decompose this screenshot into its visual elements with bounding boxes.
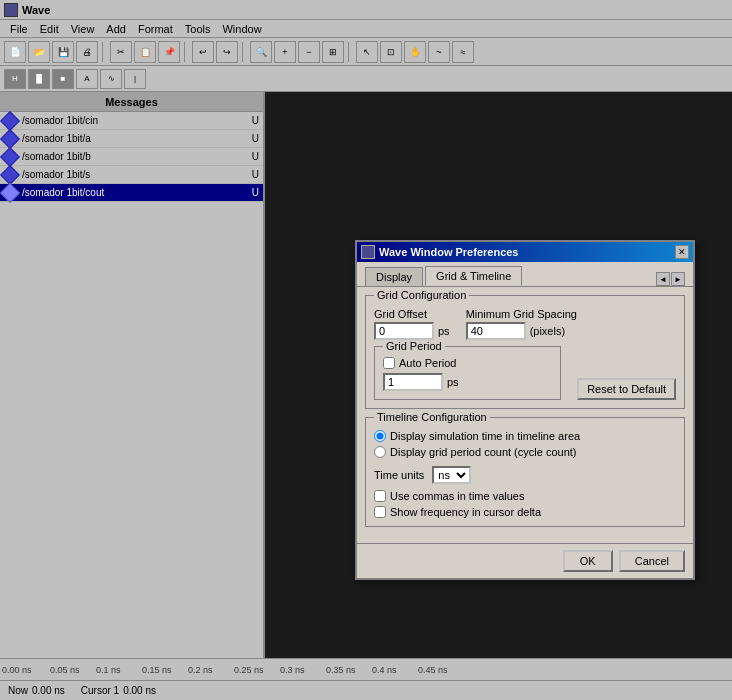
min-spacing-unit: (pixels) bbox=[530, 325, 565, 337]
wave-preferences-dialog: Wave Window Preferences ✕ Display Grid &… bbox=[355, 240, 695, 580]
tab-nav-buttons: ◄ ► bbox=[656, 272, 685, 286]
time-units-select[interactable]: fs ps ns us ms s bbox=[432, 466, 471, 484]
min-spacing-group: Minimum Grid Spacing (pixels) bbox=[466, 308, 577, 340]
ok-button[interactable]: OK bbox=[563, 550, 613, 572]
dialog-title-bar: Wave Window Preferences ✕ bbox=[357, 242, 693, 262]
dialog-icon bbox=[361, 245, 375, 259]
dialog-title: Wave Window Preferences bbox=[379, 246, 518, 258]
timeline-option2-radio[interactable] bbox=[374, 446, 386, 458]
grid-offset-group: Grid Offset ps bbox=[374, 308, 450, 340]
timeline-config-title: Timeline Configuration bbox=[374, 411, 490, 423]
grid-offset-input[interactable] bbox=[374, 322, 434, 340]
period-value-input[interactable] bbox=[383, 373, 443, 391]
period-value-row: ps bbox=[383, 373, 552, 391]
timeline-option1-radio[interactable] bbox=[374, 430, 386, 442]
frequency-checkbox[interactable] bbox=[374, 506, 386, 518]
min-spacing-row: (pixels) bbox=[466, 322, 577, 340]
reset-default-button[interactable]: Reset to Default bbox=[577, 378, 676, 400]
tab-grid-timeline[interactable]: Grid & Timeline bbox=[425, 266, 522, 286]
period-unit: ps bbox=[447, 376, 459, 388]
grid-config-title: Grid Configuration bbox=[374, 289, 469, 301]
grid-offset-unit: ps bbox=[438, 325, 450, 337]
grid-top-row: Grid Offset ps Minimum Grid Spacing (pix… bbox=[374, 308, 676, 340]
auto-period-row: Auto Period bbox=[383, 357, 552, 369]
grid-offset-row: ps bbox=[374, 322, 450, 340]
grid-period-title: Grid Period bbox=[383, 340, 445, 352]
min-spacing-input[interactable] bbox=[466, 322, 526, 340]
time-units-label: Time units bbox=[374, 469, 424, 481]
grid-offset-label: Grid Offset bbox=[374, 308, 450, 320]
commas-row: Use commas in time values bbox=[374, 490, 676, 502]
time-units-row: Time units fs ps ns us ms s bbox=[374, 466, 676, 484]
auto-period-checkbox[interactable] bbox=[383, 357, 395, 369]
timeline-option2-label: Display grid period count (cycle count) bbox=[390, 446, 576, 458]
min-spacing-label: Minimum Grid Spacing bbox=[466, 308, 577, 320]
dialog-title-left: Wave Window Preferences bbox=[361, 245, 518, 259]
timeline-config-group: Timeline Configuration Display simulatio… bbox=[365, 417, 685, 527]
tab-nav-next[interactable]: ► bbox=[671, 272, 685, 286]
tab-bar: Display Grid & Timeline ◄ ► bbox=[357, 262, 693, 287]
commas-checkbox[interactable] bbox=[374, 490, 386, 502]
auto-period-label: Auto Period bbox=[399, 357, 456, 369]
dialog-close-button[interactable]: ✕ bbox=[675, 245, 689, 259]
timeline-option1-label: Display simulation time in timeline area bbox=[390, 430, 580, 442]
timeline-option1-row: Display simulation time in timeline area bbox=[374, 430, 676, 442]
dialog-footer: OK Cancel bbox=[357, 543, 693, 578]
grid-period-row: Grid Period Auto Period ps Reset to Defa… bbox=[374, 346, 676, 400]
grid-period-group: Grid Period Auto Period ps bbox=[374, 346, 561, 400]
frequency-row: Show frequency in cursor delta bbox=[374, 506, 676, 518]
tab-nav-prev[interactable]: ◄ bbox=[656, 272, 670, 286]
tab-display[interactable]: Display bbox=[365, 267, 423, 286]
cancel-button[interactable]: Cancel bbox=[619, 550, 685, 572]
dialog-content: Grid Configuration Grid Offset ps Minimu… bbox=[357, 287, 693, 543]
dialog-overlay: Wave Window Preferences ✕ Display Grid &… bbox=[0, 0, 732, 700]
grid-config-group: Grid Configuration Grid Offset ps Minimu… bbox=[365, 295, 685, 409]
commas-label: Use commas in time values bbox=[390, 490, 525, 502]
timeline-option2-row: Display grid period count (cycle count) bbox=[374, 446, 676, 458]
frequency-label: Show frequency in cursor delta bbox=[390, 506, 541, 518]
